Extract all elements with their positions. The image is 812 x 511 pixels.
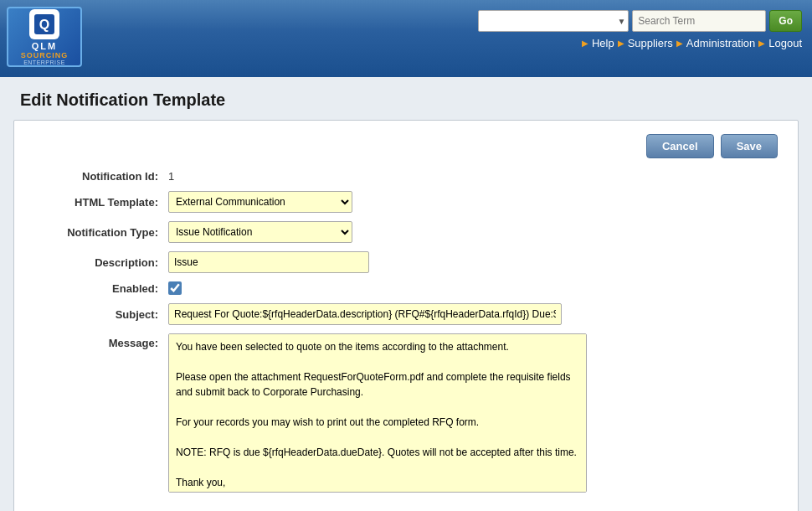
description-input[interactable] — [168, 251, 369, 273]
nav-administration[interactable]: Administration — [686, 37, 755, 49]
logo-svg: Q — [33, 13, 56, 36]
subject-label: Subject: — [34, 308, 168, 321]
enabled-label: Enabled: — [34, 282, 168, 295]
header: Q QLM SOURCING ENTERPRISE ▼ Go ▶ Help ▶ … — [0, 0, 812, 77]
html-template-row: HTML Template: External Communication — [34, 191, 778, 213]
notification-id-label: Notification Id: — [34, 170, 168, 183]
message-textarea[interactable]: You have been selected to quote on the i… — [168, 333, 587, 493]
header-right: ▼ Go ▶ Help ▶ Suppliers ▶ Administration… — [478, 10, 802, 49]
form-buttons: Cancel Save — [34, 134, 778, 158]
notification-id-value: 1 — [168, 170, 174, 183]
page-title: Edit Notification Template — [0, 77, 812, 120]
logo-enterprise-text: ENTERPRISE — [23, 59, 65, 65]
nav-help[interactable]: Help — [592, 37, 614, 49]
search-dropdown-wrapper: ▼ — [478, 10, 629, 32]
html-template-select[interactable]: External Communication — [168, 191, 352, 213]
cancel-button[interactable]: Cancel — [646, 134, 714, 158]
nav-suppliers[interactable]: Suppliers — [628, 37, 673, 49]
search-button[interactable]: Go — [769, 10, 802, 32]
notification-type-label: Notification Type: — [34, 226, 168, 239]
search-bar: ▼ Go — [478, 10, 802, 32]
nav-arrow-help: ▶ — [582, 39, 588, 48]
notification-type-row: Notification Type: Issue Notification — [34, 221, 778, 243]
subject-row: Subject: — [34, 303, 778, 325]
logo-icon: Q — [29, 9, 59, 39]
save-button[interactable]: Save — [721, 134, 778, 158]
search-input[interactable] — [632, 10, 766, 32]
logo-sourcing-text: SOURCING — [21, 51, 69, 59]
search-dropdown[interactable] — [478, 10, 629, 32]
nav-arrow-administration: ▶ — [676, 39, 683, 48]
message-row: Message: You have been selected to quote… — [34, 333, 778, 493]
nav-links: ▶ Help ▶ Suppliers ▶ Administration ▶ Lo… — [582, 37, 802, 49]
logo-qlm-text: QLM — [32, 41, 57, 51]
html-template-label: HTML Template: — [34, 196, 168, 209]
message-label: Message: — [34, 333, 168, 349]
nav-arrow-logout: ▶ — [758, 39, 765, 48]
subject-input[interactable] — [168, 303, 562, 325]
description-row: Description: — [34, 251, 778, 273]
description-label: Description: — [34, 256, 168, 269]
nav-logout[interactable]: Logout — [768, 37, 802, 49]
svg-text:Q: Q — [39, 18, 49, 32]
nav-arrow-suppliers: ▶ — [618, 39, 624, 48]
notification-type-select[interactable]: Issue Notification — [168, 221, 352, 243]
notification-id-row: Notification Id: 1 — [34, 170, 778, 183]
main-content: Edit Notification Template Cancel Save N… — [0, 77, 812, 511]
form-container: Cancel Save Notification Id: 1 HTML Temp… — [13, 120, 799, 511]
enabled-checkbox[interactable] — [168, 281, 182, 295]
enabled-row: Enabled: — [34, 281, 778, 295]
logo: Q QLM SOURCING ENTERPRISE — [7, 7, 82, 67]
